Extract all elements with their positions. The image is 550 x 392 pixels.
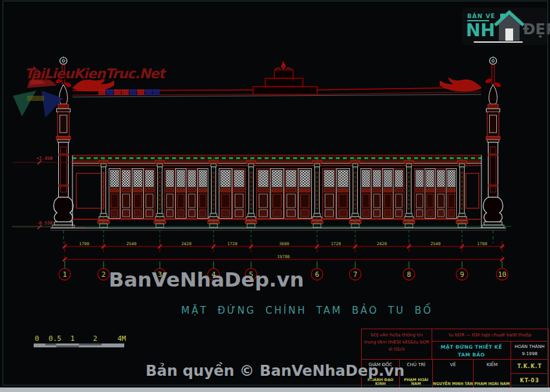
svg-text:2540: 2540 <box>430 241 441 246</box>
house-icon <box>494 10 524 42</box>
svg-text:1: 1 <box>71 334 75 343</box>
completion-label: HOÀN THÀNH <box>511 343 548 351</box>
svg-text:1720: 1720 <box>227 241 237 246</box>
total-dimension: 19780 <box>277 254 290 259</box>
dimension-values: 1700 2540 2420 1720 3600 1720 2420 2540 … <box>79 241 487 259</box>
nhadep-logo-top-text: BẢN VẼ <box>467 13 496 19</box>
agency-line2: trung tAm thiESt kES&tu bOR <box>362 339 432 346</box>
agency-line1: bOJ vAn hoSa thOng tin <box>362 332 432 339</box>
svg-text:4M: 4M <box>117 334 126 343</box>
svg-text:1700: 1700 <box>477 241 487 246</box>
tailieu-watermark: TaiLieuKienTruc.Net <box>8 62 157 124</box>
sheet-title-line1: MẶT ĐỨNG THIẾT KẾ <box>432 343 511 351</box>
tailieu-watermark-text: TaiLieuKienTruc.Net <box>25 66 164 82</box>
center-watermark: BanVeNhaDep.vn <box>109 268 304 291</box>
svg-text:7: 7 <box>353 270 358 279</box>
nhadep-logo-swoosh <box>474 41 523 43</box>
completion-date: 9-1998 <box>511 351 548 358</box>
right-wall-panel <box>466 173 479 208</box>
svg-text:1700: 1700 <box>79 241 89 246</box>
right-pillar <box>482 58 504 228</box>
dimension-lines: 1700 2540 2420 1720 3600 1720 2420 2540 … <box>62 241 505 268</box>
cad-screenshot: +2.450 -0.530 1700 2540 2420 1720 3600 1… <box>0 0 550 392</box>
agency-line3: di tiSch <box>362 346 432 353</box>
nhadep-logo-nh-text: NH <box>466 20 495 40</box>
agency-cell: bOJ vAn hoSa thOng tin trung tAm thiESt … <box>361 329 432 360</box>
svg-text:3600: 3600 <box>279 241 289 246</box>
nhadep-logo: BẢN VẼ NH ĐẸP <box>462 8 547 45</box>
svg-text:2: 2 <box>93 334 98 343</box>
svg-text:1: 1 <box>63 270 67 279</box>
svg-text:10: 10 <box>498 270 506 279</box>
nhadep-logo-dep-text: ĐẸP <box>523 21 550 38</box>
svg-text:1720: 1720 <box>331 241 341 246</box>
drawing-title: MẶT ĐỨNG CHÍNH TAM BẢO TU BỔ <box>181 305 414 316</box>
bottom-copyright-watermark: Bản quyền © BanVeNhaDep.vn <box>0 362 550 379</box>
ground-lines <box>12 219 511 230</box>
project-cell: tu bOR — tOn taJo chuaF baSt thaSp <box>432 329 549 342</box>
elevation-mark-upper: +2.450 <box>36 156 52 161</box>
elevation-marks: +2.450 -0.530 <box>13 156 85 229</box>
scale-bar: 0 0.5 1 2 4M <box>34 334 126 347</box>
svg-text:0.5: 0.5 <box>49 334 61 343</box>
signatory-name: NGUYỄN MINH TÂN <box>433 382 473 386</box>
sheet-title-line2: TAM BẢO <box>432 351 511 359</box>
svg-text:2: 2 <box>102 270 106 279</box>
svg-text:6: 6 <box>315 270 320 279</box>
svg-text:8: 8 <box>407 270 412 279</box>
ridge-finial-icon <box>275 61 292 70</box>
window-edge-strip <box>0 387 550 392</box>
title-block: bOJ vAn hoSa thOng tin trung tAm thiESt … <box>361 329 549 388</box>
svg-text:2420: 2420 <box>377 241 387 246</box>
sheet-title-cell: MẶT ĐỨNG THIẾT KẾ TAM BẢO <box>432 341 511 360</box>
svg-text:9: 9 <box>460 270 465 279</box>
signatory-name: PHẠM HOÀI NAM <box>474 382 511 386</box>
completion-cell: HOÀN THÀNH 9-1998 <box>511 341 549 360</box>
svg-text:2540: 2540 <box>126 241 137 246</box>
elevation-mark-lower: -0.530 <box>36 221 52 226</box>
svg-text:0: 0 <box>35 334 39 343</box>
right-dragon-icon <box>440 78 481 91</box>
left-wall-panel <box>76 173 104 208</box>
svg-text:2420: 2420 <box>181 241 192 246</box>
color-blocks-icon <box>98 89 160 95</box>
